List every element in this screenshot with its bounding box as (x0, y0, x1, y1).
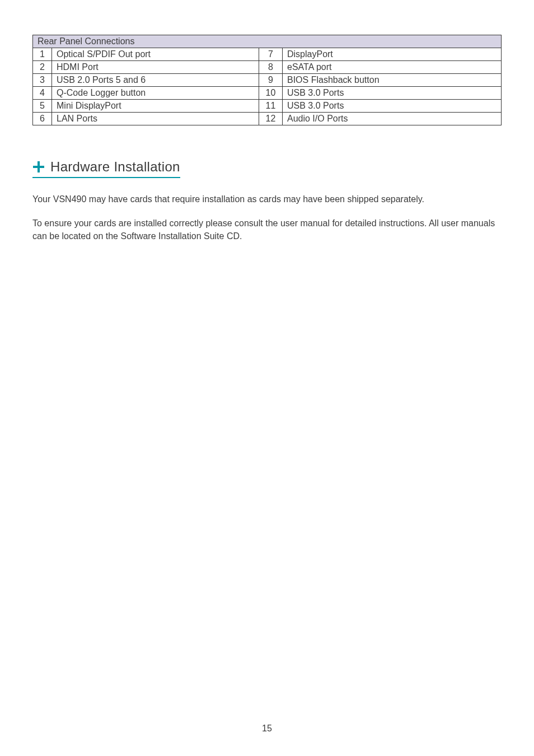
row-num-right: 8 (259, 61, 283, 74)
row-desc-right: USB 3.0 Ports (283, 100, 502, 113)
body-paragraph-1: Your VSN490 may have cards that require … (32, 193, 502, 206)
row-num-right: 12 (259, 113, 283, 125)
row-desc-left: Mini DisplayPort (52, 100, 259, 113)
row-desc-right: BIOS Flashback button (283, 74, 502, 87)
heading-text: Hardware Installation (50, 159, 180, 175)
table-row: 5 Mini DisplayPort 11 USB 3.0 Ports (33, 100, 502, 113)
table-row: 1 Optical S/PDIF Out port 7 DisplayPort (33, 48, 502, 61)
row-num-right: 9 (259, 74, 283, 87)
row-num-left: 5 (33, 100, 52, 113)
row-num-right: 11 (259, 100, 283, 113)
row-num-right: 10 (259, 87, 283, 100)
row-num-right: 7 (259, 48, 283, 61)
table-header: Rear Panel Connections (33, 35, 502, 48)
row-desc-left: HDMI Port (52, 61, 259, 74)
row-num-left: 3 (33, 74, 52, 87)
table-row: 4 Q-Code Logger button 10 USB 3.0 Ports (33, 87, 502, 100)
table-row: 2 HDMI Port 8 eSATA port (33, 61, 502, 74)
body-paragraph-2: To ensure your cards are installed corre… (32, 217, 502, 242)
table-body: 1 Optical S/PDIF Out port 7 DisplayPort … (33, 48, 502, 125)
table-row: 3 USB 2.0 Ports 5 and 6 9 BIOS Flashback… (33, 74, 502, 87)
rear-panel-connections-table: Rear Panel Connections 1 Optical S/PDIF … (32, 35, 502, 125)
table-row: 6 LAN Ports 12 Audio I/O Ports (33, 113, 502, 125)
row-desc-right: eSATA port (283, 61, 502, 74)
page-number: 15 (0, 724, 534, 734)
plus-icon (32, 161, 45, 173)
row-desc-right: DisplayPort (283, 48, 502, 61)
row-num-left: 1 (33, 48, 52, 61)
row-desc-left: USB 2.0 Ports 5 and 6 (52, 74, 259, 87)
row-desc-left: Q-Code Logger button (52, 87, 259, 100)
section-heading: Hardware Installation (32, 159, 180, 178)
row-num-left: 4 (33, 87, 52, 100)
row-desc-left: LAN Ports (52, 113, 259, 125)
row-desc-right: Audio I/O Ports (283, 113, 502, 125)
row-desc-left: Optical S/PDIF Out port (52, 48, 259, 61)
row-num-left: 2 (33, 61, 52, 74)
row-desc-right: USB 3.0 Ports (283, 87, 502, 100)
row-num-left: 6 (33, 113, 52, 125)
